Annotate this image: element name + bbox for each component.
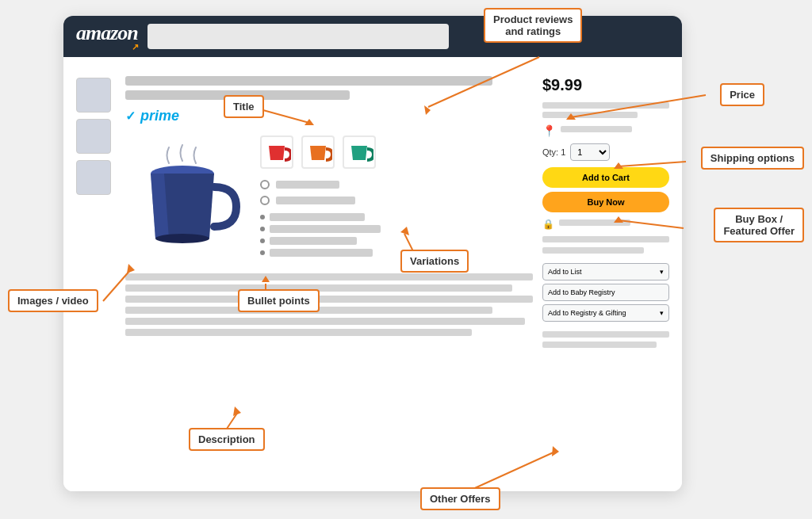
qty-select[interactable]: 1 2 3 [570,143,610,161]
amazon-header: amazon ↗ [63,16,682,57]
right-product-info [260,135,533,261]
bullet-dot-3 [260,239,265,243]
amazon-logo: amazon ↗ [76,21,138,52]
bullet-3 [260,237,533,245]
search-bar[interactable] [147,24,449,49]
desc-bar-1 [125,273,533,280]
prime-checkmark: ✓ [125,109,136,124]
info-bar-1 [542,236,669,242]
variation-teal[interactable] [343,135,376,169]
lock-icon: 🔒 [542,219,554,230]
price-display: $9.99 [542,76,669,94]
add-baby-registry-button[interactable]: Add to Baby Registry [542,284,669,301]
variation-orange[interactable] [301,135,335,169]
bullet-text-2 [270,225,381,233]
radio-label-1 [276,181,339,189]
desc-bar-6 [125,329,472,336]
bullet-dot-1 [260,215,265,219]
radio-row-2 [260,196,533,205]
prime-row: ✓ prime [125,108,533,124]
qty-label: Qty: 1 [542,147,565,157]
reviews-bar-2 [542,112,638,118]
mug-area [125,135,533,261]
variation-red[interactable] [260,135,293,169]
annotation-description: Description [189,428,265,451]
add-to-list-button[interactable]: Add to List ▾ [542,263,669,280]
radio-1[interactable] [260,180,270,189]
bullet-dot-2 [260,227,265,231]
thumbnail-1[interactable] [76,78,111,113]
radio-2[interactable] [260,196,270,205]
location-pin-icon: 📍 [542,124,556,137]
secure-bar [559,219,630,226]
add-registry-button[interactable]: Add to Registry & Gifting ▾ [542,304,669,322]
description-section [125,273,533,336]
reviews-bar-1 [542,102,669,109]
shipping-row: 📍 [542,124,669,137]
thumbnail-3[interactable] [76,160,111,195]
bullet-2 [260,225,533,233]
title-bar-1 [125,76,492,86]
shipping-bar [561,126,632,132]
desc-bar-3 [125,296,533,303]
buy-now-button[interactable]: Buy Now [542,192,669,212]
radio-label-2 [276,197,355,204]
annotation-title: Title [224,95,264,118]
bullet-section [260,213,533,257]
variations-row [260,135,533,169]
qty-row: Qty: 1 1 2 3 [542,143,669,161]
svg-point-21 [155,234,209,243]
bullet-text-4 [270,249,373,257]
radio-row-1 [260,180,533,189]
annotation-other-offers: Other Offers [420,487,500,510]
thumbnail-2[interactable] [76,119,111,154]
thumbnail-column [76,70,116,479]
bullet-1 [260,213,533,221]
browser-window: amazon ↗ ✓ prime [63,16,682,491]
product-center: ✓ prime [125,70,533,479]
annotation-product-reviews: Product reviews and ratings [484,8,582,43]
buy-box: $9.99 📍 Qty: 1 1 2 3 Add to Cart [542,70,669,479]
bullet-4 [260,249,533,257]
desc-bar-5 [125,318,525,325]
annotation-variations: Variations [400,250,469,273]
info-bar-2 [542,247,644,254]
bullet-dot-4 [260,250,265,255]
bullet-text-1 [270,213,365,221]
other-bar-2 [542,342,657,348]
page-content: ✓ prime [63,57,682,491]
bullet-text-3 [270,237,357,245]
product-image[interactable] [125,135,244,254]
annotation-bullets: Bullet points [238,289,320,312]
annotation-price: Price [720,83,764,106]
annotation-shipping: Shipping options [701,147,804,170]
add-to-cart-button[interactable]: Add to Cart [542,167,669,188]
other-bar-1 [542,331,669,338]
annotation-buy-box: Buy Box / Featured Offer [714,208,804,242]
annotation-images: Images / video [8,289,98,312]
other-offers-section [542,331,669,348]
prime-label: prime [140,108,179,124]
lock-row: 🔒 [542,219,669,230]
